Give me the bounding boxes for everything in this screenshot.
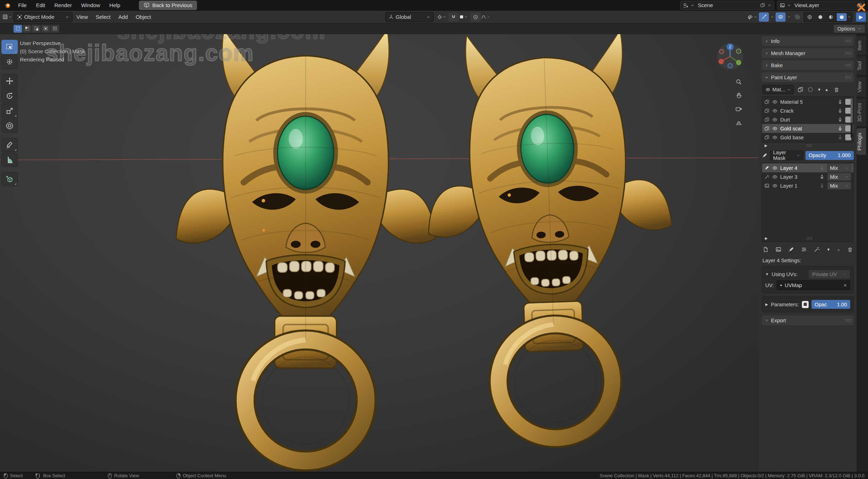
snap-target-dropdown[interactable] [459, 12, 468, 22]
object-visibility-dropdown[interactable] [747, 12, 757, 22]
tool-scale[interactable] [1, 104, 18, 118]
unlink-icon[interactable]: × [767, 2, 772, 8]
drag-handle[interactable] [845, 64, 851, 67]
menu-help[interactable]: Help [105, 0, 125, 11]
layer-mask-dropdown[interactable]: Layer Mask [770, 151, 803, 160]
section-paint-layer[interactable]: Paint Layer [762, 72, 854, 82]
tab-view[interactable]: View [857, 77, 866, 97]
tab-item[interactable]: Item [857, 36, 866, 55]
expand-icon[interactable]: ▶ [765, 236, 768, 240]
camera-view-icon[interactable] [735, 105, 743, 113]
material-row[interactable]: Material 5 [762, 97, 853, 106]
material-list-scrollbar[interactable] [851, 98, 853, 138]
blender-logo-icon[interactable] [4, 1, 11, 9]
uv-mode-dropdown[interactable]: Private UV [808, 270, 850, 279]
expand-icon[interactable]: ▶ [765, 302, 768, 306]
tool-add-cube[interactable] [1, 172, 18, 186]
layer-row-selected[interactable]: Layer 4 Mix [762, 163, 853, 172]
navigation-gizmo[interactable]: Z [716, 43, 744, 70]
shading-rendered-button[interactable] [837, 13, 847, 21]
overlays-toggle[interactable] [776, 12, 786, 22]
proportional-falloff-dropdown[interactable] [481, 12, 491, 22]
drag-handle[interactable] [845, 52, 851, 55]
drag-handle[interactable] [845, 76, 851, 79]
select-mode-subtract-button[interactable] [32, 25, 41, 33]
menu-file[interactable]: File [14, 0, 31, 11]
menu-add[interactable]: Add [114, 14, 132, 20]
move-layer-down-icon[interactable]: ▼ [826, 247, 830, 252]
opac-param-slider[interactable]: Opac 1.00 [811, 300, 850, 309]
section-bake[interactable]: Bake [762, 60, 854, 70]
select-mode-intersect-button[interactable] [50, 25, 59, 33]
move-up-icon[interactable]: ▲ [825, 87, 829, 92]
blend-mode-dropdown[interactable]: Mix [827, 173, 851, 181]
tab-philogix[interactable]: Philogix [857, 128, 866, 155]
tool-annotate[interactable] [1, 138, 18, 152]
tool-rotate[interactable] [1, 89, 18, 103]
mode-dropdown[interactable]: Object Mode [14, 12, 73, 22]
menu-window[interactable]: Window [76, 0, 105, 11]
resize-handle[interactable] [806, 144, 812, 147]
chevron-down-icon[interactable] [847, 15, 851, 19]
proportional-editing-toggle[interactable] [471, 12, 481, 22]
menu-render[interactable]: Render [50, 0, 76, 11]
viewport-canvas[interactable]: shejibaozang.com shejibaozang.com User P… [0, 34, 759, 472]
layer-stack-icon[interactable] [819, 174, 825, 179]
new-paint-layer-icon[interactable] [788, 246, 794, 253]
editor-type-selector[interactable] [2, 12, 12, 22]
section-mesh-manager[interactable]: Mesh Manager [762, 48, 854, 58]
pan-hand-icon[interactable] [735, 92, 743, 99]
snap-toggle[interactable] [449, 12, 459, 22]
blend-mode-dropdown[interactable]: Mix [827, 182, 851, 190]
menu-object[interactable]: Object [132, 14, 155, 20]
layer-stack-icon[interactable] [837, 117, 843, 122]
uv-map-field[interactable]: • UVMap × [777, 280, 850, 290]
eye-icon[interactable] [772, 126, 778, 131]
adjustment-layer-icon[interactable] [801, 246, 807, 253]
material-row[interactable]: Durt [762, 115, 853, 124]
tool-select-box[interactable] [1, 40, 18, 54]
new-image-layer-icon[interactable] [775, 246, 782, 253]
toggle-perspective-icon[interactable] [735, 119, 743, 126]
menu-select[interactable]: Select [92, 14, 114, 20]
drag-handle[interactable] [845, 319, 851, 322]
expand-icon[interactable]: ▶ [765, 144, 767, 147]
viewlayer-selector[interactable]: ViewLayer [777, 1, 864, 10]
zoom-icon[interactable] [735, 78, 743, 86]
tool-measure[interactable] [1, 153, 18, 167]
parameter-checkbox[interactable] [802, 301, 809, 308]
options-button[interactable]: Options [834, 25, 865, 33]
select-mode-invert-button[interactable] [41, 25, 50, 33]
back-to-previous-button[interactable]: Back to Previous [139, 1, 197, 10]
material-sphere-icon[interactable] [807, 86, 814, 93]
eye-icon[interactable] [772, 99, 778, 105]
pivot-point-dropdown[interactable] [436, 12, 446, 22]
chevron-down-icon[interactable] [787, 15, 791, 19]
menu-edit[interactable]: Edit [31, 0, 50, 11]
xray-toggle[interactable] [792, 12, 802, 22]
opacity-slider[interactable]: Opacity 1.000 [805, 151, 854, 160]
new-layer-icon[interactable] [762, 246, 769, 253]
eye-icon[interactable] [772, 183, 778, 189]
drag-handle[interactable] [845, 39, 851, 43]
collapse-icon[interactable]: ▼ [765, 272, 769, 276]
layer-stack-icon[interactable] [819, 183, 825, 188]
blend-mode-dropdown[interactable]: Mix [827, 164, 851, 172]
chevron-down-icon[interactable] [770, 15, 774, 19]
move-layer-up-icon[interactable]: ▲ [837, 247, 841, 252]
tab-tool[interactable]: Tool [857, 57, 866, 75]
scene-name-field[interactable]: Scene [696, 2, 758, 8]
section-export[interactable]: Export [762, 316, 854, 325]
layer-row[interactable]: Layer 1 Mix [762, 181, 853, 190]
transform-orientation-dropdown[interactable]: Global [385, 12, 434, 22]
shading-wireframe-button[interactable] [805, 13, 815, 21]
gizmos-toggle[interactable] [759, 12, 769, 22]
eye-icon[interactable] [772, 174, 778, 180]
tool-transform[interactable] [1, 119, 18, 133]
eye-icon[interactable] [772, 135, 778, 140]
select-mode-set-button[interactable] [14, 25, 22, 33]
move-down-icon[interactable]: ▼ [817, 87, 821, 92]
shading-material-button[interactable] [826, 13, 836, 21]
procedural-layer-icon[interactable] [814, 246, 820, 253]
material-row[interactable]: Gold base [762, 133, 853, 142]
